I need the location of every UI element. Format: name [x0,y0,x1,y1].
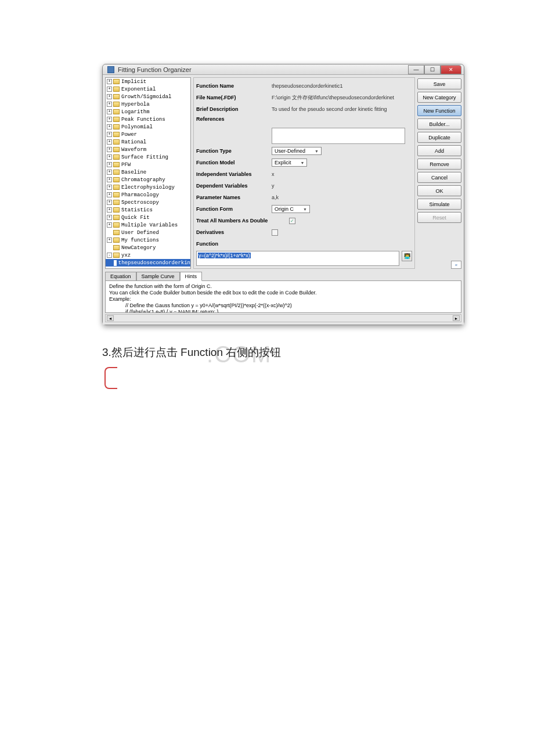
tree-item[interactable]: +Power [106,131,190,138]
tab-equation[interactable]: Equation [105,272,136,281]
tree-item[interactable]: -yxz [106,251,190,259]
dep-vars-value[interactable]: y [272,183,412,189]
folder-icon [113,147,120,152]
derivatives-label: Derivatives [196,229,272,235]
treat-double-label: Treat All Numbers As Double [196,218,289,224]
tree-item[interactable]: +Baseline [106,168,190,176]
action-buttons: Save New Category New Function Builder..… [417,77,461,269]
tree-item[interactable]: +Pharmacology [106,191,190,199]
tree-item[interactable]: NewCategory [106,244,190,251]
file-icon [114,260,117,266]
folder-icon [113,192,120,197]
tree-item[interactable]: +Hyperbola [106,100,190,108]
scroll-right-icon[interactable]: ► [453,315,460,321]
tree-item[interactable]: +Exponential [106,85,190,93]
treat-double-checkbox[interactable]: ✓ [289,218,295,224]
expand-icon[interactable]: + [107,147,112,152]
collapse-icon[interactable]: - [107,253,112,258]
tree-item[interactable]: +Implicit [106,78,190,85]
tree-item[interactable]: +Quick Fit [106,214,190,221]
tree-item[interactable]: +My functions [106,236,190,244]
category-tree[interactable]: +Implicit +Exponential +Growth/Sigmoidal… [105,77,191,269]
collapse-panel-button[interactable]: « [451,261,461,269]
folder-icon [113,245,120,250]
builder-button[interactable]: Builder... [417,118,461,129]
folder-icon [113,94,120,99]
add-button[interactable]: Add [417,145,461,156]
folder-icon [113,132,120,137]
reset-button[interactable]: Reset [417,212,461,223]
dep-vars-label: Dependent Variables [196,183,272,189]
expand-icon[interactable]: + [107,222,112,228]
scroll-left-icon[interactable]: ◄ [107,315,114,321]
expand-icon[interactable]: + [107,87,112,92]
expand-icon[interactable]: + [107,215,112,220]
remove-button[interactable]: Remove [417,159,461,170]
horizontal-scrollbar[interactable]: ◄ ► [105,314,461,322]
tree-item[interactable]: +Rational [106,138,190,146]
function-type-select[interactable]: User-Defined [272,147,322,155]
tree-item[interactable]: +Chromatography [106,176,190,183]
expand-icon[interactable]: + [107,132,112,137]
tree-item[interactable]: +Electrophysiology [106,183,190,191]
window-title: Fitting Function Organizer [118,66,408,73]
brief-desc-value[interactable]: To used for the pseudo second order kine… [272,106,412,112]
expand-icon[interactable]: + [107,162,112,167]
simulate-button[interactable]: Simulate [417,199,461,210]
expand-icon[interactable]: + [107,200,112,205]
tab-hints[interactable]: Hints [180,272,203,281]
new-function-button[interactable]: New Function [417,105,461,116]
app-icon [107,66,114,73]
expand-icon[interactable]: + [107,170,112,175]
cancel-button[interactable]: Cancel [417,172,461,183]
duplicate-button[interactable]: Duplicate [417,132,461,143]
hint-line: // Define the Gauss function y = y0+A/(w… [109,303,457,308]
expand-icon[interactable]: + [107,207,112,213]
expand-icon[interactable]: + [107,154,112,160]
expand-icon[interactable]: + [107,109,112,114]
tree-item[interactable]: +Logarithm [106,108,190,116]
folder-icon [113,170,120,175]
expand-icon[interactable]: + [107,185,112,190]
tree-item[interactable]: +Growth/Sigmoidal [106,93,190,100]
maximize-button[interactable]: ☐ [424,65,441,74]
tree-item[interactable]: +Waveform [106,146,190,153]
tab-sample-curve[interactable]: Sample Curve [136,272,180,281]
expand-icon[interactable]: + [107,117,112,122]
expand-icon[interactable]: + [107,139,112,145]
function-form-select[interactable]: Origin C [272,205,310,213]
function-body-editor[interactable]: y=(a^2)*k*x)/(1+a*k*x) [196,251,399,266]
ok-button[interactable]: OK [417,185,461,196]
expand-icon[interactable]: + [107,79,112,84]
expand-icon[interactable]: + [107,124,112,129]
tree-item[interactable]: +Spectroscopy [106,199,190,206]
new-category-button[interactable]: New Category [417,92,461,103]
close-button[interactable]: ✕ [441,65,461,74]
code-builder-button[interactable]: 👨‍💻 [402,251,412,261]
folder-icon [113,154,120,160]
expand-icon[interactable]: + [107,192,112,197]
function-model-select[interactable]: Explicit [272,159,307,167]
references-textarea[interactable] [272,128,405,144]
expand-icon[interactable]: + [107,102,112,107]
folder-open-icon [113,253,120,258]
tree-item[interactable]: User Defined [106,229,190,236]
save-button[interactable]: Save [417,78,461,89]
tree-item[interactable]: +Polynomial [106,123,190,131]
expand-icon[interactable]: + [107,177,112,182]
minimize-button[interactable]: — [408,65,424,74]
expand-icon[interactable]: + [107,237,112,243]
tree-item[interactable]: +Statistics [106,206,190,214]
folder-icon [113,215,120,220]
tree-item[interactable]: +Surface Fitting [106,153,190,161]
tree-item[interactable]: +Peak Functions [106,116,190,123]
tree-item[interactable]: +PFW [106,161,190,168]
derivatives-checkbox[interactable] [272,229,278,236]
param-names-value[interactable]: a,k [272,195,412,200]
tree-item-selected[interactable]: thepseudosecondorderkin [106,259,190,267]
function-name-value[interactable]: thepseudosecondorderkinetic1 [272,83,412,89]
indep-vars-value[interactable]: x [272,171,412,177]
tree-item[interactable]: +Multiple Variables [106,221,190,229]
brief-desc-label: Brief Description [196,106,272,112]
expand-icon[interactable]: + [107,94,112,99]
